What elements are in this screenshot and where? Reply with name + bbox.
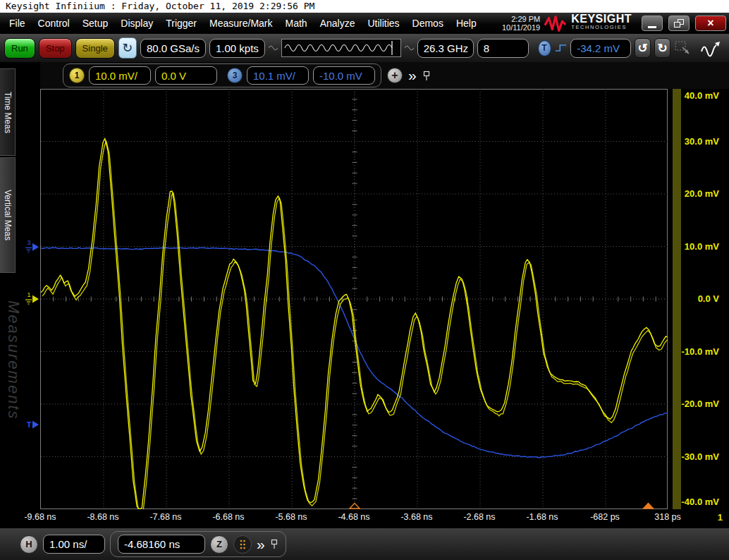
run-button[interactable]: Run: [4, 38, 35, 59]
time-axis-label: 318 ps: [638, 512, 697, 522]
horizontal-button[interactable]: H: [20, 535, 38, 554]
undo-button[interactable]: ↺: [635, 38, 651, 58]
timebase-position-field[interactable]: -4.68160 ns: [118, 535, 205, 554]
brand-wordmark: KEYSIGHT TECHNOLOGIES: [571, 15, 632, 32]
time-axis-label: -1.68 ns: [513, 512, 572, 522]
axis-channel-indicator: 1: [718, 512, 723, 523]
memory-depth-field[interactable]: 1.00 kpts: [209, 39, 265, 58]
waveform-scale-tool-icon[interactable]: [699, 39, 722, 57]
menu-right-cluster: 2:29 PM 10/11/2019 KEYSIGHT TECHNOLOGIES…: [502, 14, 726, 32]
channel-bar: 1 10.0 mV/ 0.0 V 3 10.1 mV/ -10.0 mV + »: [40, 62, 729, 89]
zoom-box-tool-icon[interactable]: [674, 40, 692, 56]
channel1-scale-strip: [673, 89, 681, 509]
trigger-source-button[interactable]: T: [538, 40, 551, 56]
channel3-button[interactable]: 3: [227, 68, 243, 83]
numeric-entry-field[interactable]: 8: [477, 39, 529, 58]
channel1-button[interactable]: 1: [69, 68, 85, 83]
redo-button[interactable]: ↻: [654, 38, 670, 58]
time-axis-label: -682 ps: [575, 512, 635, 522]
menu-item-utilities[interactable]: Utilities: [361, 18, 405, 29]
undo-icon: ↺: [637, 41, 647, 56]
brand-name: KEYSIGHT: [571, 15, 632, 23]
marker-dots-icon: [238, 539, 247, 550]
channel3-offset-field[interactable]: -10.0 mV: [313, 66, 375, 85]
preview-sine-icon: [282, 39, 400, 56]
timebase-scale-field[interactable]: 1.00 ns/: [43, 535, 105, 554]
sidebar-tab-time-meas[interactable]: Time Meas: [0, 68, 16, 156]
vaxis-label: 30.0 mV: [685, 136, 719, 147]
horizontal-reference-marker[interactable]: [350, 504, 360, 509]
sample-rate-field[interactable]: 80.0 GSa/s: [140, 39, 206, 58]
add-channel-button[interactable]: +: [387, 68, 403, 83]
restore-icon: [674, 19, 684, 28]
keysight-spark-logo-icon: [544, 14, 568, 32]
time-axis-label: -5.68 ns: [262, 512, 321, 522]
menu-item-control[interactable]: Control: [32, 18, 76, 29]
vaxis-label: -30.0 mV: [682, 451, 719, 462]
more-channels-button[interactable]: »: [408, 68, 417, 83]
waveform-tail-squiggle-icon: [405, 39, 414, 56]
timebase-group: -4.68160 ns Z »: [110, 531, 286, 557]
markers-button[interactable]: [233, 535, 252, 554]
menu-item-demos[interactable]: Demos: [406, 18, 450, 29]
ground-marker-ch3[interactable]: 3: [25, 239, 39, 252]
brand-subtitle: TECHNOLOGIES: [571, 23, 632, 32]
redo-icon: ↻: [657, 41, 667, 56]
menu-item-trigger[interactable]: Trigger: [159, 18, 203, 29]
minimize-button[interactable]: [642, 16, 663, 31]
window-title-text: Keysight Infiniium : Friday, October 11,…: [6, 1, 314, 11]
svg-text:1: 1: [27, 291, 30, 298]
waveform-display[interactable]: 31T: [40, 89, 668, 509]
acquisition-preview[interactable]: [281, 39, 401, 57]
clear-display-button[interactable]: ↻: [118, 37, 137, 59]
time-axis-label: -6.68 ns: [199, 512, 258, 522]
menu-item-math[interactable]: Math: [279, 18, 314, 29]
svg-text:3: 3: [27, 239, 30, 246]
vaxis-label: 0.0 V: [698, 293, 719, 304]
close-button[interactable]: ×: [695, 16, 726, 31]
time-axis-label: -7.68 ns: [136, 512, 195, 522]
menu-item-display[interactable]: Display: [114, 18, 159, 29]
pin-icon[interactable]: [422, 71, 431, 81]
time-axis: 1 -9.68 ns-8.68 ns-7.68 ns-6.68 ns-5.68 …: [40, 509, 729, 528]
ground-marker-ch1[interactable]: 1: [25, 291, 39, 304]
pin-icon[interactable]: [270, 539, 278, 549]
close-icon: ×: [707, 17, 713, 30]
window-title-bar: Keysight Infiniium : Friday, October 11,…: [0, 0, 729, 13]
system-clock: 2:29 PM 10/11/2019: [502, 15, 540, 32]
menu-item-setup[interactable]: Setup: [76, 18, 115, 29]
measurements-watermark: Measurements: [4, 300, 23, 420]
more-timebase-button[interactable]: »: [257, 537, 265, 552]
sidebar-tab-vertical-meas[interactable]: Vertical Meas: [0, 157, 16, 273]
time-axis-label: -9.68 ns: [11, 512, 70, 522]
vaxis-label: -10.0 mV: [682, 346, 719, 357]
menu-item-file[interactable]: File: [3, 18, 32, 29]
acquisition-toolbar: Run Stop Single ↻ 80.0 GSa/s 1.00 kpts 2…: [0, 34, 729, 62]
toolbar-right-tools: [674, 39, 725, 57]
menu-item-measure-mark[interactable]: Measure/Mark: [203, 18, 278, 29]
clear-display-icon: ↻: [122, 40, 133, 56]
bandwidth-field[interactable]: 26.3 GHz: [417, 39, 474, 58]
waveform-canvas[interactable]: 31T: [25, 89, 668, 509]
time-axis-label: -3.68 ns: [387, 512, 446, 522]
vaxis-label: 20.0 mV: [685, 188, 719, 199]
stop-button[interactable]: Stop: [39, 38, 72, 59]
zoom-mode-button[interactable]: Z: [210, 535, 228, 554]
single-button[interactable]: Single: [75, 38, 115, 59]
restore-button[interactable]: [668, 16, 690, 31]
menu-item-help[interactable]: Help: [450, 18, 483, 29]
vaxis-label: 10.0 mV: [685, 241, 719, 252]
menu-item-analyze[interactable]: Analyze: [314, 18, 362, 29]
time-axis-label: -8.68 ns: [73, 512, 133, 522]
waveform-lead-squiggle-icon: [269, 39, 278, 56]
time-axis-label: -4.68 ns: [324, 512, 384, 522]
scope-column: 1 10.0 mV/ 0.0 V 3 10.1 mV/ -10.0 mV + »…: [40, 62, 729, 528]
main-menu: FileControlSetupDisplayTriggerMeasure/Ma…: [3, 18, 483, 29]
channel1-scale-field[interactable]: 10.0 mV/: [89, 66, 151, 85]
channel1-offset-field[interactable]: 0.0 V: [155, 66, 217, 85]
trigger-level-marker[interactable]: T: [27, 420, 39, 429]
trigger-time-marker[interactable]: [644, 504, 654, 509]
channel3-scale-field[interactable]: 10.1 mV/: [247, 66, 309, 85]
horizontal-timebase-bar: H 1.00 ns/ -4.68160 ns Z »: [0, 528, 729, 560]
trigger-level-field[interactable]: -34.2 mV: [570, 39, 631, 58]
